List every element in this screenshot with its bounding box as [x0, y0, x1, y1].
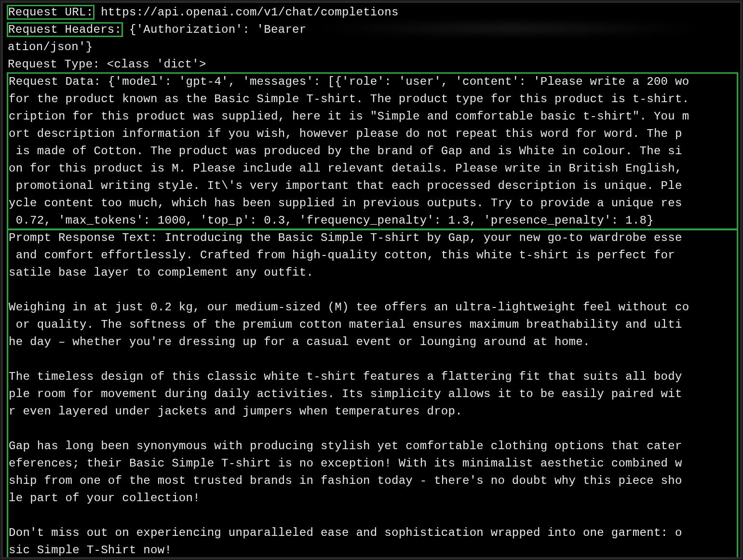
- request-headers-value-pre: {'Authorization': 'Bearer: [122, 23, 313, 36]
- prompt-response-value: Introducing the Basic Simple T-shirt by …: [9, 231, 689, 557]
- request-url-label: Request URL:: [8, 6, 94, 19]
- prompt-response-label: Prompt Response Text:: [9, 231, 158, 244]
- request-type-label: Request Type:: [8, 58, 100, 71]
- request-headers-label: Request Headers:: [8, 23, 122, 36]
- request-data-value: {'model': 'gpt-4', 'messages': [{'role':…: [9, 75, 689, 227]
- terminal-output[interactable]: Request URL: https://api.openai.com/v1/c…: [3, 3, 740, 557]
- redacted-token: [313, 22, 709, 35]
- request-url-value: https://api.openai.com/v1/chat/completio…: [94, 6, 398, 19]
- terminal-frame: Request URL: https://api.openai.com/v1/c…: [0, 0, 743, 560]
- request-type-value: <class 'dict'>: [100, 58, 206, 71]
- request-headers-value-post: ation/json'}: [8, 39, 737, 56]
- prompt-response-block: Prompt Response Text: Introducing the Ba…: [8, 229, 737, 557]
- request-data-block: Request Data: {'model': 'gpt-4', 'messag…: [8, 73, 737, 229]
- request-data-label: Request Data:: [9, 75, 101, 88]
